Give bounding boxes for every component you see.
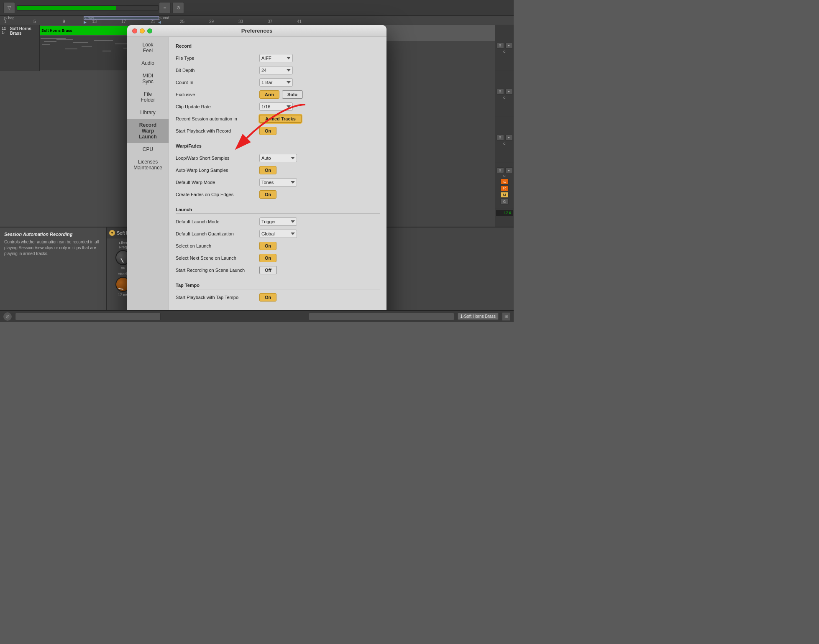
track-name-label: Soft Horns Brass (10, 26, 38, 36)
ruler-mark-5: 5 (33, 19, 36, 24)
nav-cpu[interactable]: CPU (127, 143, 169, 156)
exclusive-row: Exclusive Arm Solo (176, 90, 380, 99)
clip-update-rate-control: 1/16 1/8 1/4 (259, 102, 293, 111)
bit-depth-select[interactable]: 16 24 32 (259, 66, 293, 74)
bit-depth-label: Bit Depth (176, 68, 259, 73)
select-next-scene-label: Select Next Scene on Launch (176, 256, 259, 261)
status-bar: ◎ 1-Soft Horns Brass ⊞ (0, 310, 514, 322)
start-recording-on-scene-button[interactable]: Off (259, 266, 277, 274)
dialog-sidebar: LookFeel Audio MIDISync FileFolder Libra… (127, 37, 169, 322)
mute-btn-4[interactable]: ● (505, 167, 513, 173)
solo-button[interactable]: Solo (282, 90, 303, 99)
ruler-mark-25: 25 (180, 19, 184, 24)
monitor-icon[interactable]: M (500, 192, 509, 198)
vol-level-display: -17.0 (496, 210, 513, 216)
mixer-ch2: S ● C (495, 71, 514, 117)
create-fades-label: Create Fades on Clip Edges (176, 192, 259, 197)
start-playback-with-record-row: Start Playback with Record On (176, 126, 380, 135)
transport-controls: ▽ (3, 2, 159, 14)
select-on-launch-label: Select on Launch (176, 243, 259, 248)
dialog-title: Preferences (241, 28, 272, 34)
count-in-label: Count-In (176, 80, 259, 85)
default-launch-mode-control: Trigger Gate Toggle Repeat (259, 217, 297, 226)
top-bar-right: ≡ ⊙ (159, 2, 184, 14)
instrument-icon: ● (109, 230, 115, 236)
start-playback-with-record-label: Start Playback with Record (176, 128, 259, 133)
mute-btn-2[interactable]: ● (505, 89, 513, 95)
status-bar-icon[interactable]: ◎ (3, 312, 12, 321)
file-type-row: File Type AIFF WAV (176, 54, 380, 63)
status-bar-input-left[interactable] (15, 313, 161, 320)
solo-btn-2[interactable]: S (497, 89, 504, 95)
io-icon[interactable]: IO (500, 179, 509, 184)
mute-btn-1[interactable]: ● (505, 43, 513, 49)
minimize-button[interactable] (140, 28, 145, 33)
nav-audio[interactable]: Audio (127, 57, 169, 69)
default-launch-mode-row: Default Launch Mode Trigger Gate Toggle … (176, 217, 380, 226)
vol-value: -17.0 (498, 211, 511, 215)
maximize-button[interactable] (147, 28, 152, 33)
mixer-ch3: S ● C (495, 117, 514, 163)
launch-section-title: Launch (176, 207, 380, 214)
nav-library[interactable]: Library (127, 106, 169, 119)
solo-btn-4[interactable]: S (497, 167, 504, 173)
options-btn[interactable]: ≡ (159, 2, 171, 14)
file-type-control: AIFF WAV (259, 54, 293, 62)
track-name-badge: 1-Soft Horns Brass (458, 313, 499, 320)
ruler-mark-33: 33 (238, 19, 243, 24)
settings-btn[interactable]: ⊙ (172, 2, 184, 14)
clip-name: Soft Horns Brass (41, 28, 72, 33)
create-fades-button[interactable]: On (259, 190, 276, 199)
group-icon[interactable]: G (500, 199, 509, 204)
count-in-select[interactable]: None 1 Bar 2 Bars (259, 78, 293, 87)
start-playback-with-record-button[interactable]: On (259, 127, 276, 135)
ruler-mark-41: 41 (297, 19, 302, 24)
select-on-launch-button[interactable]: On (259, 242, 276, 250)
nav-midi-sync[interactable]: MIDISync (127, 69, 169, 88)
nav-record-warp-launch[interactable]: RecordWarpLaunch (127, 119, 169, 143)
close-button[interactable] (132, 28, 137, 33)
solo-btn-1[interactable]: S (497, 43, 504, 49)
arm-button[interactable]: Arm (259, 90, 279, 99)
default-warp-mode-select[interactable]: Beats Tones Texture Re-Pitch Complex Com… (259, 178, 297, 187)
status-bar-input-right[interactable] (309, 313, 454, 320)
clip-update-rate-select[interactable]: 1/16 1/8 1/4 (259, 102, 293, 111)
auto-warp-button[interactable]: On (259, 166, 276, 174)
record-section-title: Record (176, 43, 380, 50)
exclusive-label: Exclusive (176, 92, 259, 97)
armed-tracks-button[interactable]: Armed Tracks (259, 115, 302, 123)
section-spacer-2 (176, 202, 380, 205)
default-warp-mode-row: Default Warp Mode Beats Tones Texture Re… (176, 178, 380, 187)
loop-warp-control: Auto On Off (259, 154, 297, 162)
select-on-launch-control: On (259, 242, 276, 250)
default-launch-quantization-select[interactable]: None Global 8 Bars 4 Bars 2 Bars 1 Bar (259, 230, 297, 238)
dialog-content: Record File Type AIFF WAV Bit Depth 1 (169, 37, 386, 322)
window-controls (132, 28, 152, 33)
default-warp-mode-label: Default Warp Mode (176, 180, 259, 185)
start-playback-tap-tempo-button[interactable]: On (259, 293, 276, 302)
default-launch-mode-label: Default Launch Mode (176, 219, 259, 224)
timeline-ruler: 1 5 9 13 17 21 25 29 33 37 41 ▷ beg ▷ mi… (0, 16, 514, 25)
loop-warp-select[interactable]: Auto On Off (259, 154, 297, 162)
bit-depth-row: Bit Depth 16 24 32 (176, 66, 380, 75)
start-playback-tap-tempo-row: Start Playback with Tap Tempo On (176, 293, 380, 302)
select-next-scene-button[interactable]: On (259, 254, 276, 262)
default-launch-mode-select[interactable]: Trigger Gate Toggle Repeat (259, 217, 297, 226)
record-icon[interactable]: R (500, 185, 509, 191)
filter-freq-value: 86 (121, 266, 125, 270)
record-session-automation-control: Armed Tracks (259, 115, 302, 123)
warp-fades-section-title: Warp/Fades (176, 143, 380, 150)
nav-look-feel[interactable]: LookFeel (127, 38, 169, 57)
file-type-select[interactable]: AIFF WAV (259, 54, 293, 62)
mute-btn-3[interactable]: ● (505, 135, 513, 141)
menu-button[interactable]: ▽ (3, 2, 15, 14)
nav-licenses[interactable]: LicensesMaintenance (127, 156, 169, 174)
mixer-strip: S ● C S ● C S ● C S ● C (495, 25, 514, 227)
grid-icon[interactable]: ⊞ (502, 312, 510, 321)
start-recording-on-scene-control: Off (259, 266, 277, 274)
start-playback-with-record-control: On (259, 127, 276, 135)
solo-btn-3[interactable]: S (497, 135, 504, 141)
preferences-dialog[interactable]: Preferences LookFeel Audio MIDISync File… (127, 25, 386, 322)
clip-update-rate-row: Clip Update Rate 1/16 1/8 1/4 (176, 102, 380, 111)
nav-file-folder[interactable]: FileFolder (127, 88, 169, 106)
